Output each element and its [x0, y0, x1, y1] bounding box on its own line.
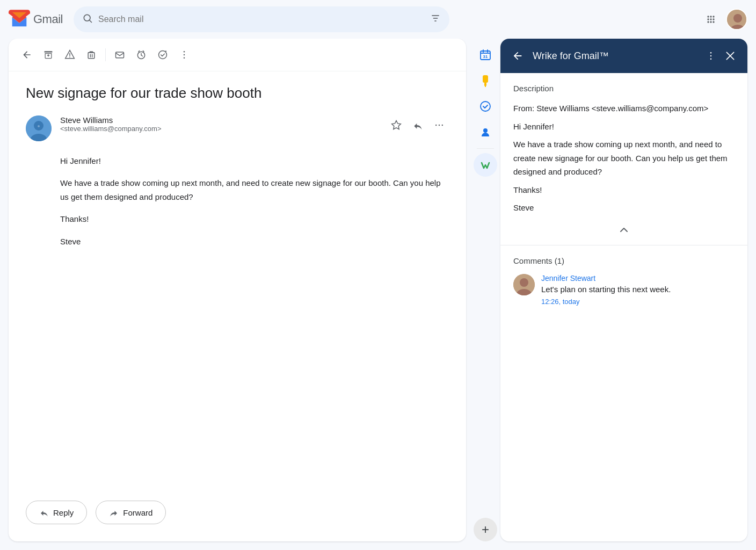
svg-point-7 [713, 16, 714, 17]
gmail-logo-text: Gmail [33, 12, 63, 26]
keep-sidebar-button[interactable] [474, 69, 497, 92]
email-content: New signage for our trade show booth Ste… [9, 71, 466, 492]
svg-text:31: 31 [483, 54, 488, 59]
comment-item: Jennifer Stewart Let's plan on starting … [513, 274, 735, 306]
forward-button[interactable]: Forward [96, 501, 166, 524]
star-button[interactable] [387, 115, 406, 135]
main-layout: New signage for our trade show booth Ste… [0, 39, 756, 550]
comment-avatar [513, 274, 535, 295]
comment-body: Jennifer Stewart Let's plan on starting … [541, 274, 671, 306]
archive-button[interactable] [39, 45, 58, 64]
email-subject: New signage for our trade show booth [26, 84, 449, 103]
wrike-header: Wrike for Gmail™ [500, 39, 747, 73]
svg-point-32 [439, 125, 440, 126]
top-bar: Gmail [0, 0, 756, 39]
search-input[interactable] [98, 15, 425, 24]
snooze-button[interactable] [132, 45, 151, 64]
svg-point-41 [481, 102, 490, 111]
wrike-from: From: Steve Williams <steve.williams@com… [513, 102, 735, 115]
svg-point-33 [442, 125, 444, 126]
search-bar[interactable] [74, 6, 449, 32]
svg-point-23 [159, 51, 167, 59]
user-avatar[interactable] [726, 9, 747, 30]
wrike-description-label: Description [513, 84, 735, 93]
svg-point-5 [707, 16, 709, 17]
svg-point-24 [184, 51, 185, 53]
sender-info: Steve Williams <steve.williams@company.c… [60, 115, 378, 133]
email-body: Hi Jennifer! We have a trade show coming… [26, 154, 449, 249]
svg-rect-20 [88, 53, 95, 59]
delete-button[interactable] [82, 45, 101, 64]
contacts-sidebar-button[interactable] [474, 120, 497, 144]
back-button[interactable] [17, 45, 37, 64]
svg-point-6 [710, 16, 711, 17]
reply-label: Reply [53, 508, 74, 517]
email-footer: Reply Forward [9, 492, 466, 541]
svg-rect-39 [484, 83, 486, 86]
add-plugin-button[interactable]: + [474, 518, 497, 541]
comment-text: Let's plan on starting this next week. [541, 284, 671, 296]
svg-rect-17 [45, 51, 53, 53]
comment-author: Jennifer Stewart [541, 274, 671, 283]
search-icon [82, 13, 93, 26]
sender-name: Steve Williams [60, 115, 378, 125]
wrike-body-thanks: Thanks! [513, 183, 735, 197]
wrike-collapse-button[interactable] [513, 223, 735, 236]
forward-label: Forward [123, 508, 152, 517]
gmail-logo: Gmail [9, 9, 63, 30]
svg-point-8 [707, 18, 709, 20]
top-bar-right [700, 9, 747, 30]
email-panel: New signage for our trade show booth Ste… [9, 39, 466, 541]
sidebar-icons: 31 [470, 39, 500, 550]
svg-point-25 [184, 54, 185, 56]
reply-button[interactable]: Reply [26, 501, 87, 524]
more-inline-button[interactable] [430, 115, 449, 135]
svg-point-44 [710, 52, 712, 54]
email-toolbar [9, 39, 466, 71]
reply-inline-button[interactable] [408, 115, 427, 135]
tasks-sidebar-button[interactable] [474, 95, 497, 118]
calendar-sidebar-button[interactable]: 31 [474, 43, 497, 67]
svg-rect-38 [483, 75, 488, 83]
report-button[interactable] [60, 45, 79, 64]
add-task-button[interactable] [153, 45, 172, 64]
wrike-body-signature: Steve [513, 201, 735, 215]
comment-time: 12:26, today [541, 298, 671, 306]
email-body-greeting: Hi Jennifer! [60, 154, 449, 168]
email-body-thanks: Thanks! [60, 212, 449, 226]
wrike-panel-title: Wrike for Gmail™ [533, 50, 696, 62]
wrike-back-button[interactable] [509, 47, 526, 64]
sidebar-divider [477, 148, 494, 149]
svg-point-31 [435, 125, 437, 126]
svg-line-1 [90, 20, 92, 22]
more-options-button[interactable] [175, 45, 194, 64]
wrike-body-greeting: Hi Jennifer! [513, 120, 735, 134]
toolbar-divider-1 [105, 48, 106, 61]
svg-point-13 [713, 21, 714, 23]
svg-point-15 [733, 14, 742, 23]
wrike-panel: Wrike for Gmail™ Description From: Steve… [500, 39, 747, 541]
svg-point-26 [184, 57, 185, 59]
sender-avatar [26, 115, 52, 141]
svg-point-30 [38, 125, 40, 127]
wrike-more-button[interactable] [702, 47, 719, 64]
svg-point-11 [707, 21, 709, 23]
wrike-body-main: We have a trade show coming up next mont… [513, 138, 735, 179]
svg-point-46 [710, 59, 712, 60]
email-body-signature: Steve [60, 235, 449, 249]
svg-point-9 [710, 18, 711, 20]
mark-unread-button[interactable] [110, 45, 129, 64]
email-inline-actions [387, 115, 449, 135]
wrike-close-button[interactable] [722, 47, 739, 64]
wrike-comments-section: Comments (1) Jennifer Stewart Let's plan… [513, 245, 735, 306]
svg-point-12 [710, 21, 711, 23]
search-filter-icon[interactable] [430, 13, 441, 26]
apps-button[interactable] [700, 9, 722, 30]
wrike-sidebar-button[interactable] [474, 153, 497, 177]
email-sender-row: Steve Williams <steve.williams@company.c… [26, 115, 449, 141]
sender-email-address: <steve.williams@company.com> [60, 125, 378, 133]
email-body-main: We have a trade show coming up next mont… [60, 176, 449, 204]
wrike-content: Description From: Steve Williams <steve.… [500, 73, 747, 541]
svg-point-50 [520, 278, 528, 287]
svg-point-42 [483, 128, 488, 133]
